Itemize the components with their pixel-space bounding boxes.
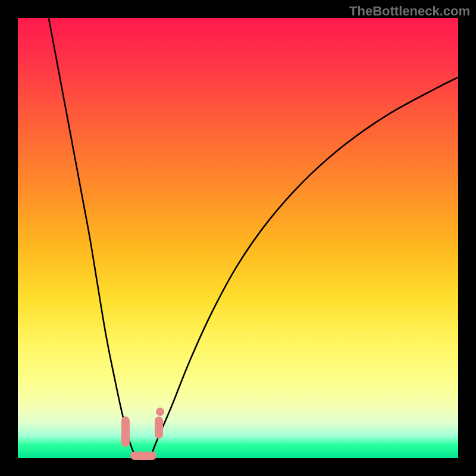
curve-left-arm: [49, 18, 137, 458]
marker-right-cap: [155, 416, 163, 439]
bottleneck-curve: [18, 18, 458, 458]
marker-left-cap: [121, 416, 130, 447]
marker-floor-pill: [130, 452, 156, 460]
watermark-text: TheBottleneck.com: [349, 4, 470, 19]
plot-area: [18, 18, 458, 458]
frame: TheBottleneck.com: [0, 0, 476, 476]
curve-right-arm: [150, 77, 458, 458]
